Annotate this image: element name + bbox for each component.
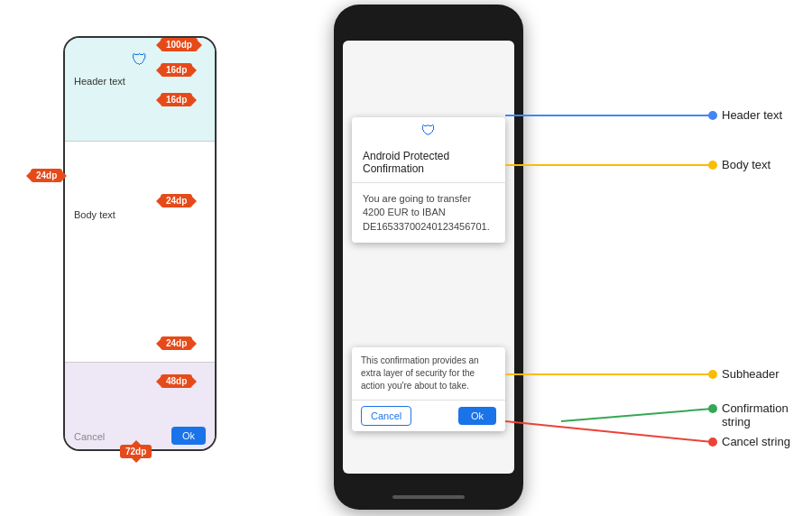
phone-top-section: 🛡 Header text — [65, 38, 215, 142]
svg-point-1 — [708, 111, 717, 120]
svg-point-3 — [708, 161, 717, 170]
dim-16dp-top: 16dp — [161, 63, 192, 77]
dim-100dp: 100dp — [161, 38, 198, 51]
annotation-header-text: Header text — [722, 108, 782, 122]
svg-line-6 — [561, 409, 713, 421]
dim-24dp-sub: 24dp — [161, 336, 192, 350]
shield-icon-dialog: 🛡 — [352, 117, 505, 141]
ok-btn-left[interactable]: Ok — [171, 427, 206, 445]
dialog-buttons: Cancel Ok — [352, 400, 505, 431]
right-phone-wrap: 🛡 Android Protected Confirmation You are… — [334, 5, 523, 510]
phone-notch — [401, 14, 456, 30]
dialog-subheader-text: This confirmation provides an extra laye… — [352, 347, 505, 400]
annotation-body-text: Body text — [722, 158, 770, 171]
main-dialog: 🛡 Android Protected Confirmation You are… — [352, 117, 505, 243]
dim-24dp-right: 24dp — [161, 194, 192, 207]
annotation-cancel: Cancel string — [722, 435, 790, 448]
ok-button-right[interactable]: Ok — [458, 407, 496, 425]
phone-mid-section: Body text — [65, 142, 215, 363]
left-diagram: 🛡 Header text Body text Subheader text C… — [27, 14, 226, 501]
header-text-left: Header text — [74, 76, 125, 87]
dim-16dp-bot: 16dp — [161, 93, 192, 106]
annotation-subheader: Subheader — [722, 367, 780, 381]
phone-body: 🛡 Android Protected Confirmation You are… — [334, 5, 523, 510]
dim-48dp: 48dp — [161, 374, 192, 388]
svg-point-5 — [708, 370, 717, 379]
cancel-btn-left[interactable]: Cancel — [74, 431, 105, 442]
dim-72dp: 72dp — [120, 445, 152, 458]
dialog-title: Android Protected Confirmation — [352, 141, 505, 183]
phone-screen: 🛡 Android Protected Confirmation You are… — [343, 41, 514, 474]
phone-home-bar — [392, 495, 465, 499]
svg-point-7 — [708, 404, 717, 413]
shield-icon-left: 🛡 — [132, 51, 148, 69]
body-text-left: Body text — [74, 209, 115, 220]
svg-point-9 — [708, 438, 717, 447]
dim-24dp-left: 24dp — [31, 169, 62, 182]
dialog-body-text: You are going to transfer 4200 EUR to IB… — [352, 183, 505, 243]
dialog-subheader-section: This confirmation provides an extra laye… — [352, 347, 505, 431]
svg-line-8 — [505, 421, 713, 442]
cancel-button-right[interactable]: Cancel — [361, 406, 411, 426]
annotation-confirmation: Confirmation string — [722, 401, 812, 428]
